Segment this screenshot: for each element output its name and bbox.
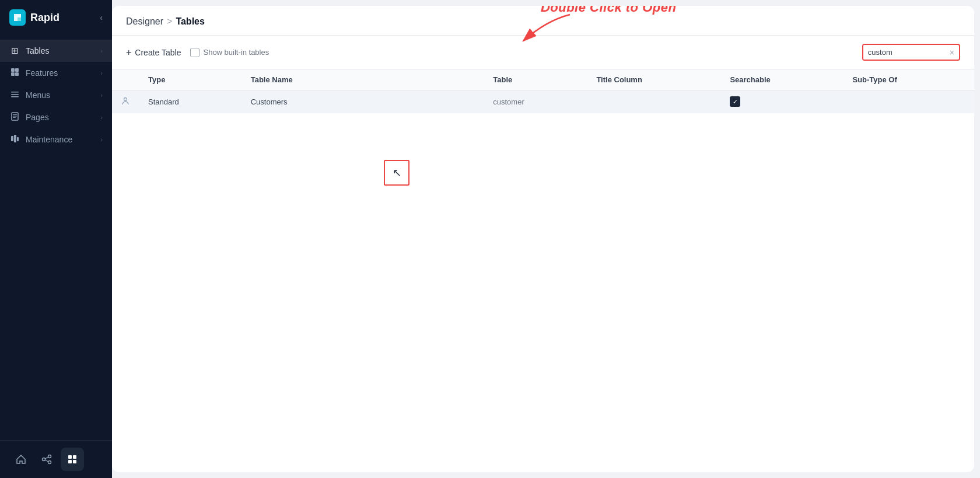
- row-searchable: ✓: [720, 90, 843, 113]
- sidebar-item-maintenance-label: Maintenance: [26, 135, 94, 144]
- svg-rect-2: [11, 68, 15, 72]
- sidebar-item-maintenance[interactable]: Maintenance ›: [0, 128, 112, 151]
- create-table-label: Create Table: [135, 48, 181, 57]
- breadcrumb-current: Tables: [176, 16, 205, 27]
- toolbar-left: + Create Table Show built-in tables: [126, 47, 485, 58]
- svg-rect-21: [68, 455, 72, 459]
- row-table: customer: [484, 90, 587, 113]
- maintenance-arrow-icon: ›: [100, 136, 103, 143]
- sidebar-item-features-label: Features: [26, 68, 94, 78]
- sidebar-collapse-btn[interactable]: ‹: [100, 13, 103, 22]
- toolbar: + Create Table Show built-in tables Doub…: [112, 36, 974, 69]
- tables-icon: ⊞: [9, 46, 20, 56]
- sidebar-footer: [0, 440, 112, 478]
- svg-rect-1: [18, 18, 21, 21]
- cursor-box: ↖: [384, 160, 410, 186]
- app-name: Rapid: [30, 12, 60, 24]
- row-sub-type-of: [843, 90, 974, 113]
- pages-arrow-icon: ›: [100, 114, 103, 121]
- tables-arrow-icon: ›: [100, 47, 103, 54]
- svg-rect-22: [73, 455, 76, 459]
- svg-rect-14: [14, 135, 16, 142]
- sidebar-item-tables-label: Tables: [26, 46, 94, 55]
- breadcrumb-separator: >: [167, 16, 172, 27]
- col-header-table: Table: [484, 69, 587, 90]
- sidebar-nav: ⊞ Tables › Features ›: [0, 35, 112, 440]
- svg-rect-11: [13, 116, 17, 117]
- svg-line-19: [46, 457, 48, 459]
- searchable-checkbox: ✓: [730, 96, 740, 107]
- create-table-button[interactable]: + Create Table: [126, 47, 181, 58]
- person-icon: [121, 97, 130, 107]
- svg-rect-15: [17, 137, 19, 141]
- table-body: Standard Customers customer ✓: [112, 90, 974, 113]
- svg-rect-8: [11, 96, 19, 97]
- breadcrumb-parent[interactable]: Designer: [126, 16, 163, 27]
- sidebar-item-menus-label: Menus: [26, 90, 94, 100]
- row-spacer: [367, 90, 484, 113]
- menus-arrow-icon: ›: [100, 92, 103, 99]
- active-view-button[interactable]: [61, 448, 84, 471]
- svg-rect-13: [11, 136, 13, 141]
- diagram-button[interactable]: [35, 448, 58, 471]
- table-header: Type Table Name Table Title Column Searc…: [112, 69, 974, 90]
- show-built-in-label[interactable]: Show built-in tables: [190, 48, 269, 57]
- col-header-sub-type-of: Sub-Type Of: [843, 69, 974, 90]
- main-header: Designer > Tables: [112, 6, 974, 36]
- cursor-icon: ↖: [393, 166, 401, 179]
- menus-icon: [9, 90, 20, 100]
- col-header-type: Type: [139, 69, 242, 90]
- pages-icon: [9, 112, 20, 123]
- home-button[interactable]: [9, 448, 33, 471]
- features-icon: [9, 68, 20, 78]
- plus-icon: +: [126, 47, 131, 58]
- svg-rect-3: [15, 68, 19, 72]
- svg-point-18: [48, 461, 51, 464]
- table-row[interactable]: Standard Customers customer ✓: [112, 90, 974, 113]
- col-header-searchable: Searchable: [720, 69, 843, 90]
- search-clear-button[interactable]: ×: [945, 46, 959, 60]
- svg-rect-23: [68, 460, 72, 463]
- svg-point-16: [43, 458, 46, 461]
- row-title-column: [587, 90, 720, 113]
- logo-icon: [9, 9, 26, 26]
- svg-rect-4: [11, 72, 15, 76]
- col-header-type-icon: [112, 69, 139, 90]
- svg-rect-6: [11, 92, 19, 93]
- col-header-table-name: Table Name: [242, 69, 368, 90]
- sidebar-item-tables[interactable]: ⊞ Tables ›: [0, 40, 112, 62]
- svg-rect-12: [13, 117, 16, 118]
- svg-rect-5: [15, 72, 19, 76]
- app-logo[interactable]: Rapid ‹: [0, 0, 112, 35]
- search-input[interactable]: [863, 45, 945, 60]
- row-type: Standard: [139, 90, 242, 113]
- svg-rect-7: [11, 94, 19, 95]
- maintenance-icon: [9, 134, 20, 145]
- svg-rect-10: [13, 114, 17, 115]
- svg-point-26: [124, 97, 127, 100]
- sidebar-item-pages[interactable]: Pages ›: [0, 106, 112, 128]
- svg-line-20: [46, 460, 48, 462]
- sidebar-item-features[interactable]: Features ›: [0, 62, 112, 84]
- breadcrumb: Designer > Tables: [126, 16, 960, 35]
- row-type-icon-cell: [112, 90, 139, 113]
- show-built-in-text: Show built-in tables: [203, 48, 269, 57]
- search-container: ×: [862, 44, 960, 61]
- show-built-in-checkbox[interactable]: [190, 48, 200, 57]
- sidebar-item-pages-label: Pages: [26, 113, 94, 122]
- col-header-title-column: Title Column: [587, 69, 720, 90]
- features-arrow-icon: ›: [100, 69, 103, 76]
- table-area: ↖ Type Table Name Table Title Column Sea…: [112, 69, 974, 472]
- sidebar: Rapid ‹ ⊞ Tables › Features ›: [0, 0, 112, 478]
- col-header-spacer: [367, 69, 484, 90]
- svg-rect-24: [73, 460, 76, 463]
- sidebar-item-menus[interactable]: Menus ›: [0, 84, 112, 106]
- row-table-name: Customers: [242, 90, 368, 113]
- main-content: Designer > Tables + Create Table Show bu…: [112, 6, 974, 472]
- svg-point-17: [48, 455, 51, 458]
- data-table: Type Table Name Table Title Column Searc…: [112, 69, 974, 113]
